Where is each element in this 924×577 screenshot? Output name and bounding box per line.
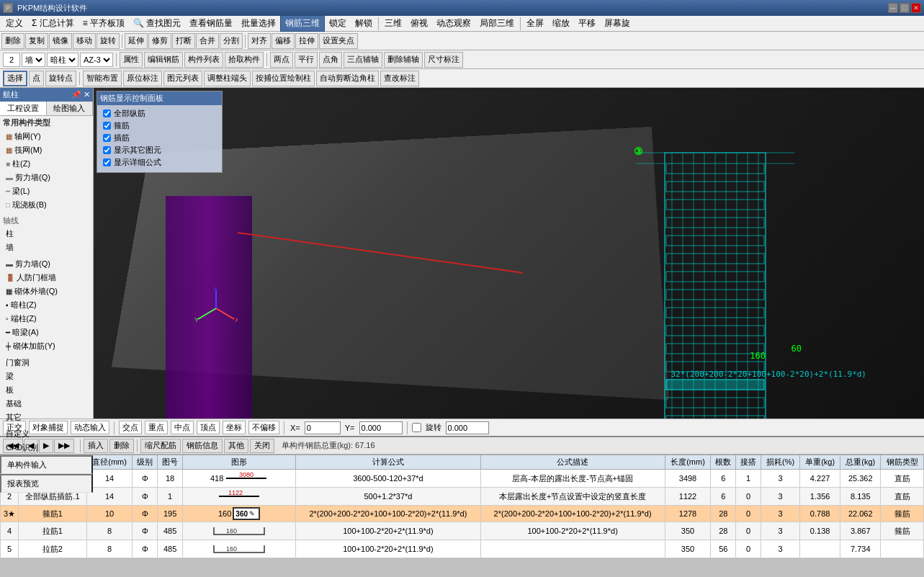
btn-adjust-column-end[interactable]: 调整柱端头 xyxy=(204,71,251,86)
btn-point[interactable]: 点 xyxy=(29,71,44,86)
menu-batch-select[interactable]: 批量选择 xyxy=(237,16,280,31)
y-input[interactable] xyxy=(359,421,403,434)
sidebar-item-custom[interactable]: 自定义 xyxy=(0,427,93,441)
btn-parallel[interactable]: 平行 xyxy=(295,52,318,68)
sidebar-item-brick-wall[interactable]: ▦ 砌体外墙(Q) xyxy=(0,285,93,298)
sidebar-item-liang[interactable]: 梁 xyxy=(0,370,93,383)
table-row[interactable]: 3★ 箍筋1 10 Φ 195 160 360 ✎ xyxy=(1,506,924,522)
btn-in-place-annotation[interactable]: 原位标注 xyxy=(123,71,162,86)
btn-rotate[interactable]: 旋转 xyxy=(97,33,120,49)
insert-checkbox[interactable] xyxy=(103,134,111,142)
menu-orbit[interactable]: 动态观察 xyxy=(432,16,475,31)
sidebar-item-other[interactable]: 其它 xyxy=(0,411,93,424)
btn-delete-row[interactable]: 删除 xyxy=(109,439,134,453)
tab-drawing-input[interactable]: 绘图输入 xyxy=(47,102,94,115)
btn-rotate-point[interactable]: 旋转点 xyxy=(45,71,76,86)
menu-find[interactable]: 🔍 查找图元 xyxy=(129,16,185,31)
component-type-select[interactable]: 墙 xyxy=(22,53,45,67)
all-rebar-checkbox[interactable] xyxy=(103,109,111,117)
btn-report-preview[interactable]: 报表预览 xyxy=(0,474,93,493)
btn-pick-component[interactable]: 拾取构件 xyxy=(225,52,264,68)
btn-coord[interactable]: 坐标 xyxy=(223,421,246,434)
sidebar-item-column[interactable]: ■ 柱(Z) xyxy=(0,157,93,171)
btn-auto-cut-corner[interactable]: 自动剪断边角柱 xyxy=(316,71,379,86)
table-row[interactable]: 2 全部纵筋插筋.1 14 Φ 1 1122 500+1.2*37*d xyxy=(1,488,924,506)
sidebar-item-wall2[interactable]: 墙 xyxy=(0,241,93,254)
menu-unlock[interactable]: 解锁 xyxy=(351,16,377,31)
close-btn[interactable]: ✕ xyxy=(911,3,921,13)
rotate-input[interactable] xyxy=(446,421,489,434)
sidebar-item-beam[interactable]: ━ 梁(L) xyxy=(0,184,93,198)
menu-local-3d[interactable]: 局部三维 xyxy=(475,16,519,31)
show-other-checkbox[interactable] xyxy=(103,146,111,154)
btn-smart-layout[interactable]: 智能布置 xyxy=(83,71,122,86)
btn-draw-column[interactable]: 按捕位置绘制柱 xyxy=(252,71,315,86)
btn-delete[interactable]: 删除 xyxy=(1,33,24,49)
stirrup-checkbox[interactable] xyxy=(103,122,111,130)
checkbox-show-formula[interactable]: 显示详细公式 xyxy=(103,157,216,168)
floor-input[interactable] xyxy=(3,53,20,67)
btn-two-point[interactable]: 两点 xyxy=(270,52,293,68)
btn-no-offset[interactable]: 不偏移 xyxy=(248,421,279,434)
menu-screen-rotate[interactable]: 屏幕旋 xyxy=(600,16,634,31)
table-row[interactable]: 5 拉筋2 8 Φ 485 160 100+100-2*20+2*(11.9* xyxy=(1,540,924,558)
btn-trim[interactable]: 修剪 xyxy=(148,33,171,49)
btn-merge[interactable]: 合并 xyxy=(196,33,219,49)
btn-scale-rebar[interactable]: 缩尺配筋 xyxy=(140,439,181,453)
sidebar-item-cad[interactable]: CAD识别 xyxy=(0,441,93,455)
sidebar-item-col2[interactable]: 柱 xyxy=(0,227,93,241)
btn-dimension[interactable]: 尺寸标注 xyxy=(424,52,463,68)
sidebar-item-shearwall[interactable]: ▬ 剪力墙(Q) xyxy=(0,171,93,184)
checkbox-show-other[interactable]: 显示其它图元 xyxy=(103,145,216,156)
btn-mirror[interactable]: 镜像 xyxy=(49,33,72,49)
btn-midpoint[interactable]: 重点 xyxy=(145,421,168,434)
btn-grip[interactable]: 设置夹点 xyxy=(319,33,358,49)
btn-modify-annotation[interactable]: 查改标注 xyxy=(380,71,419,86)
btn-extend[interactable]: 延伸 xyxy=(125,33,148,49)
menu-pan[interactable]: 平移 xyxy=(574,16,600,31)
tab-project-setup[interactable]: 工程设置 xyxy=(0,102,47,115)
sidebar-pin[interactable]: 📌 ✕ xyxy=(71,90,90,99)
btn-midpoint2[interactable]: 中点 xyxy=(171,421,194,434)
menu-view-rebar[interactable]: 查看钢筋量 xyxy=(185,16,237,31)
btn-edit-rebar[interactable]: 编辑钢筋 xyxy=(144,52,183,68)
sidebar-item-end-col[interactable]: ▫ 端柱(Z) xyxy=(0,312,93,326)
column-id-select[interactable]: AZ-3 xyxy=(80,53,113,67)
btn-property[interactable]: 属性 xyxy=(120,52,143,68)
btn-split[interactable]: 分割 xyxy=(220,33,243,49)
btn-del-axis[interactable]: 删除辅轴 xyxy=(384,52,423,68)
sidebar-item-hidden-beam[interactable]: ━ 暗梁(A) xyxy=(0,326,93,339)
sidebar-item-door-wall[interactable]: 🚪 人防门框墙 xyxy=(0,271,93,285)
sidebar-item-axisnet[interactable]: ▦ 轴网(Y) xyxy=(0,130,93,143)
column-type-select[interactable]: 暗柱 xyxy=(47,53,79,67)
btn-move[interactable]: 移动 xyxy=(73,33,96,49)
show-formula-checkbox[interactable] xyxy=(103,158,111,166)
sidebar-item-qwall[interactable]: ▬ 剪力墙(Q) xyxy=(0,257,93,271)
checkbox-stirrup[interactable]: 箍筋 xyxy=(103,120,216,131)
btn-other[interactable]: 其他 xyxy=(224,439,248,453)
btn-intersection[interactable]: 交点 xyxy=(119,421,142,434)
sidebar-item-foundation[interactable]: 基础 xyxy=(0,397,93,411)
menu-calc[interactable]: Σ 汇总计算 xyxy=(27,16,79,31)
btn-offset[interactable]: 偏移 xyxy=(272,33,295,49)
table-row[interactable]: 4 拉筋1 8 Φ 485 160 100+100-2*20+2*(11.9* xyxy=(1,522,924,540)
sidebar-item-hidden-col[interactable]: ▪ 暗柱(Z) xyxy=(0,298,93,312)
rotate-checkbox[interactable] xyxy=(412,423,421,432)
checkbox-all-rebar[interactable]: 全部纵筋 xyxy=(103,108,216,119)
sidebar-item-slab[interactable]: □ 现浇板(B) xyxy=(0,198,93,212)
menu-define[interactable]: 定义 xyxy=(1,16,27,31)
viewport-3d[interactable]: ③ 160 60 32*(200+200-2*20+100+100-2*20)+… xyxy=(94,88,924,419)
menu-fullscreen[interactable]: 全屏 xyxy=(522,16,548,31)
btn-vertex[interactable]: 顶点 xyxy=(197,421,220,434)
btn-component-list[interactable]: 构件列表 xyxy=(184,52,223,68)
btn-copy[interactable]: 复制 xyxy=(25,33,48,49)
btn-single-component-input[interactable]: 单构件输入 xyxy=(0,455,93,474)
sidebar-item-brick-rebar[interactable]: ╪ 砌体加筋(Y) xyxy=(0,339,93,353)
btn-three-point[interactable]: 三点辅轴 xyxy=(344,52,382,68)
maximize-btn[interactable]: □ xyxy=(900,3,910,13)
sidebar-item-openings[interactable]: 门窗洞 xyxy=(0,356,93,370)
btn-break[interactable]: 打断 xyxy=(172,33,195,49)
sidebar-item-raftnet[interactable]: ▦ 筏网(M) xyxy=(0,143,93,157)
sidebar-item-ban[interactable]: 板 xyxy=(0,383,93,397)
checkbox-insert[interactable]: 插筋 xyxy=(103,133,216,143)
